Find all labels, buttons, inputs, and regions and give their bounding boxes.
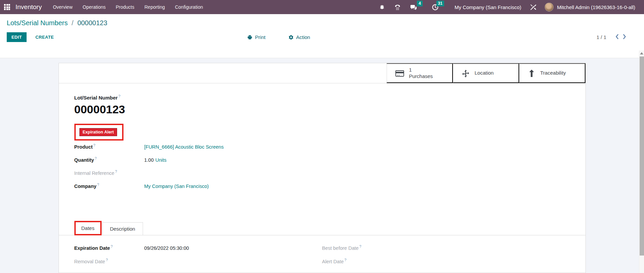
expiration-alert-badge: Expiration Alert [79, 128, 117, 136]
notebook-tabs: Dates Description [59, 221, 585, 235]
activities-badge: 31 [436, 1, 444, 6]
quantity-units-link[interactable]: Units [155, 157, 167, 163]
voip-phone-icon[interactable] [394, 4, 401, 11]
user-menu[interactable]: Mitchell Admin (19626363-16-0-all) [556, 4, 639, 10]
scrollbar-thumb[interactable] [640, 56, 644, 256]
field-row-expiration-date: Expiration Date? 09/26/2022 05:30:00 [74, 244, 322, 252]
pager: 1 / 1 [597, 33, 629, 41]
create-button[interactable]: CREATE [33, 34, 56, 40]
quantity-label: Quantity? [74, 156, 144, 163]
purchases-label: Purchases [409, 73, 433, 79]
help-marker: ? [359, 244, 361, 248]
breadcrumb-current: 00000123 [77, 19, 107, 27]
record-title: 00000123 [74, 103, 570, 116]
smart-buttons-bar: 1 Purchases Location Traceability [59, 63, 585, 83]
help-marker: ? [344, 258, 346, 262]
location-smart-button[interactable]: Location [453, 63, 519, 83]
app-name[interactable]: Inventory [15, 3, 42, 11]
activities-clock-icon[interactable]: 31 [432, 4, 439, 11]
gear-icon [288, 35, 294, 40]
top-navbar: Inventory Overview Operations Products R… [0, 0, 644, 14]
field-row-best-before-date: Best before Date? [322, 244, 570, 252]
menu-reporting[interactable]: Reporting [139, 1, 170, 13]
field-row-company: Company? My Company (San Francisco) [74, 183, 570, 190]
pager-value: 1 / 1 [597, 34, 606, 40]
annotation-box-dates-tab: Dates [74, 221, 102, 235]
location-label: Location [475, 70, 494, 76]
traceability-smart-button[interactable]: Traceability [519, 63, 585, 83]
tools-icon[interactable] [530, 3, 537, 11]
expiration-date-value: 09/26/2022 05:30:00 [144, 245, 189, 251]
dates-tab-content: Expiration Date? 09/26/2022 05:30:00 Rem… [74, 235, 570, 271]
grid-icon [4, 4, 10, 10]
action-button[interactable]: Action [286, 34, 312, 40]
help-marker: ? [111, 244, 113, 248]
help-marker: ? [118, 94, 120, 98]
field-row-quantity: Quantity? 1.00 Units [74, 156, 570, 164]
field-row-removal-date: Removal Date? [74, 258, 322, 265]
field-row-alert-date: Alert Date? [322, 258, 570, 265]
expiration-date-label: Expiration Date? [74, 244, 144, 251]
content-area: 1 Purchases Location Traceability Lot/Se… [0, 63, 644, 273]
help-marker: ? [115, 169, 117, 173]
edit-button[interactable]: EDIT [7, 32, 27, 42]
breadcrumb-separator: / [70, 19, 76, 27]
pager-previous-button[interactable] [613, 33, 621, 41]
tab-description[interactable]: Description [102, 222, 143, 235]
annotation-box-expiration-alert: Expiration Alert [74, 124, 124, 141]
form-fields: Product? [FURN_6666] Acoustic Bloc Scree… [74, 143, 570, 190]
alert-date-label: Alert Date? [322, 258, 392, 264]
removal-date-label: Removal Date? [74, 258, 144, 264]
menu-operations[interactable]: Operations [78, 1, 111, 13]
menu-products[interactable]: Products [111, 1, 139, 13]
help-marker: ? [97, 183, 99, 187]
product-value-link[interactable]: [FURN_6666] Acoustic Bloc Screens [144, 144, 224, 150]
control-panel: Lots/Serial Numbers / 00000123 EDIT CREA… [0, 14, 644, 58]
arrow-up-icon [528, 69, 536, 78]
best-before-date-label: Best before Date? [322, 244, 392, 251]
arrows-move-icon [461, 69, 470, 78]
debug-bug-icon[interactable] [379, 4, 385, 10]
field-row-internal-reference: Internal Reference? [74, 169, 570, 177]
user-avatar[interactable] [545, 3, 553, 11]
credit-card-icon [395, 69, 404, 77]
quantity-value: 1.00 [144, 157, 154, 163]
tab-dates[interactable]: Dates [76, 222, 100, 234]
printer-icon [247, 35, 253, 40]
company-value-link[interactable]: My Company (San Francisco) [144, 184, 209, 189]
scrollbar-up-arrow-icon[interactable] [640, 52, 643, 54]
vertical-scrollbar[interactable] [639, 50, 644, 273]
help-marker: ? [95, 156, 97, 160]
help-marker: ? [93, 143, 95, 147]
internal-reference-label: Internal Reference? [74, 169, 144, 176]
help-marker: ? [106, 258, 108, 262]
purchases-smart-button[interactable]: 1 Purchases [387, 63, 453, 83]
traceability-label: Traceability [540, 70, 566, 76]
menu-overview[interactable]: Overview [48, 1, 77, 13]
form-sheet: 1 Purchases Location Traceability Lot/Se… [59, 63, 586, 273]
menu-configuration[interactable]: Configuration [170, 1, 208, 13]
breadcrumb: Lots/Serial Numbers / 00000123 [7, 19, 637, 27]
apps-menu-icon[interactable] [0, 0, 14, 14]
purchases-count: 1 [409, 67, 412, 73]
breadcrumb-parent-link[interactable]: Lots/Serial Numbers [7, 19, 68, 27]
field-row-product: Product? [FURN_6666] Acoustic Bloc Scree… [74, 143, 570, 151]
pager-next-button[interactable] [621, 33, 629, 41]
product-label: Product? [74, 143, 144, 150]
company-switcher[interactable]: My Company (San Francisco) [451, 4, 525, 10]
print-button[interactable]: Print [245, 34, 267, 40]
lot-serial-number-label: Lot/Serial Number? [74, 94, 570, 101]
messages-icon[interactable]: 4 [410, 4, 417, 10]
company-label: Company? [74, 183, 144, 189]
messages-badge: 4 [417, 1, 423, 6]
